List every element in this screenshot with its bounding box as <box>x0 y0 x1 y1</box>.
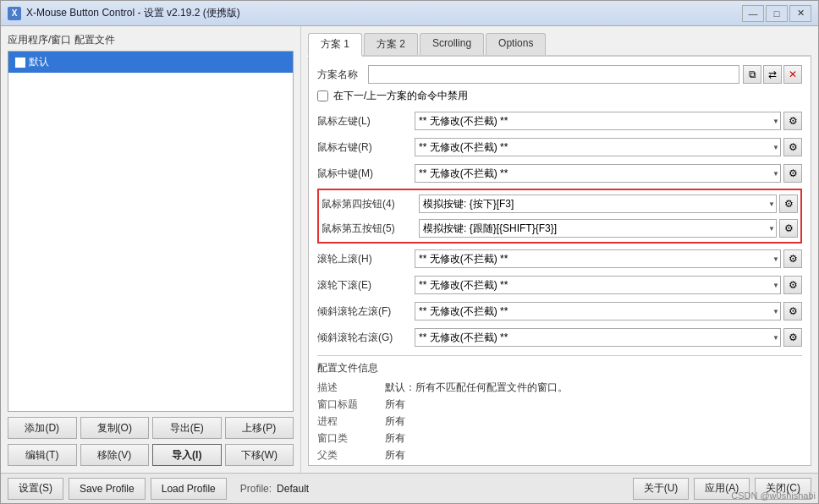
scroll-down-gear[interactable]: ⚙ <box>783 276 802 294</box>
tilt-left-select[interactable]: ** 无修改(不拦截) ** <box>415 302 781 320</box>
copy-scheme-button[interactable]: ⧉ <box>743 65 761 84</box>
tilt-left-label: 倾斜滚轮左滚(F) <box>317 304 415 319</box>
delete-scheme-button[interactable]: ✕ <box>783 65 802 84</box>
settings-button[interactable]: 设置(S) <box>8 478 63 500</box>
btn5-label: 鼠标第五按钮(5) <box>322 222 419 236</box>
config-key-winclass: 窗口类 <box>317 431 385 446</box>
config-value-parent: 所有 <box>385 448 802 463</box>
switch-scheme-button[interactable]: ⇄ <box>763 65 782 84</box>
save-profile-button[interactable]: Save Profile <box>69 478 146 500</box>
buttons-row-2: 编辑(T) 移除(V) 导入(I) 下移(W) <box>8 444 294 466</box>
tilt-right-control: ** 无修改(不拦截) ** ▼ ⚙ <box>415 328 802 347</box>
title-bar: X X-Mouse Button Control - 设置 v2.19.2 (便… <box>1 1 818 26</box>
app-icon: X <box>8 7 21 20</box>
left-button-gear[interactable]: ⚙ <box>783 112 802 130</box>
btn5-select-wrapper: 模拟按键: {跟随}[{SHIFT}{F3}] ▼ <box>419 219 777 238</box>
left-button-select[interactable]: ** 无修改(不拦截) ** <box>415 112 781 130</box>
btn5-select[interactable]: 模拟按键: {跟随}[{SHIFT}{F3}] <box>419 219 777 238</box>
tab-scheme2[interactable]: 方案 2 <box>364 33 418 55</box>
scroll-up-control: ** 无修改(不拦截) ** ▼ ⚙ <box>415 249 802 268</box>
tilt-right-select[interactable]: ** 无修改(不拦截) ** <box>415 328 781 347</box>
list-item[interactable]: ✓ 默认 <box>8 52 293 73</box>
tilt-left-gear[interactable]: ⚙ <box>783 302 802 320</box>
config-value-matchtype: 所有 <box>385 465 802 466</box>
right-button-select[interactable]: ** 无修改(不拦截) ** <box>415 138 781 156</box>
left-panel: 应用程序/窗口 配置文件 ✓ 默认 添加(D) 复制(O) 导出(E) 上移(P… <box>1 26 301 473</box>
up-button[interactable]: 上移(P) <box>225 417 294 439</box>
config-key-process: 进程 <box>317 414 385 429</box>
import-button[interactable]: 导入(I) <box>152 444 222 466</box>
tab-content: 方案名称 ⧉ ⇄ ✕ 在下一/上一方案的命令中禁用 <box>308 57 811 466</box>
scroll-down-select-wrapper: ** 无修改(不拦截) ** ▼ <box>415 276 781 294</box>
item-label: 默认 <box>29 55 49 69</box>
tab-scrolling[interactable]: Scrolling <box>420 33 484 55</box>
copy-button[interactable]: 复制(O) <box>80 417 150 439</box>
btn4-control: 模拟按键: {按下}[F3] ▼ ⚙ <box>419 194 798 213</box>
mouse-buttons-section: 鼠标左键(L) ** 无修改(不拦截) ** ▼ ⚙ <box>317 110 802 348</box>
btn5-control: 模拟按键: {跟随}[{SHIFT}{F3}] ▼ ⚙ <box>419 219 798 238</box>
minimize-button[interactable]: — <box>742 5 764 22</box>
scroll-down-select[interactable]: ** 无修改(不拦截) ** <box>415 276 781 294</box>
tilt-left-row: 倾斜滚轮左滚(F) ** 无修改(不拦截) ** ▼ ⚙ <box>317 300 802 322</box>
tilt-right-select-wrapper: ** 无修改(不拦截) ** ▼ <box>415 328 781 347</box>
profile-value: Default <box>277 483 309 495</box>
scheme-name-label: 方案名称 <box>317 68 368 82</box>
add-button[interactable]: 添加(D) <box>8 417 77 439</box>
config-key-desc: 描述 <box>317 381 385 395</box>
scheme-name-input[interactable] <box>368 65 739 84</box>
middle-button-gear[interactable]: ⚙ <box>783 164 802 183</box>
right-button-label: 鼠标右键(R) <box>317 140 415 155</box>
tab-options[interactable]: Options <box>486 33 546 55</box>
export-button[interactable]: 导出(E) <box>152 417 222 439</box>
load-profile-button[interactable]: Load Profile <box>151 478 227 500</box>
main-content: 应用程序/窗口 配置文件 ✓ 默认 添加(D) 复制(O) 导出(E) 上移(P… <box>1 26 818 473</box>
scroll-down-control: ** 无修改(不拦截) ** ▼ ⚙ <box>415 276 802 294</box>
btn4-select-wrapper: 模拟按键: {按下}[F3] ▼ <box>419 194 777 213</box>
btn4-gear[interactable]: ⚙ <box>779 194 798 213</box>
tilt-right-label: 倾斜滚轮右滚(G) <box>317 331 415 345</box>
scroll-up-select[interactable]: ** 无修改(不拦截) ** <box>415 249 781 268</box>
disable-checkbox[interactable] <box>317 90 328 101</box>
about-button[interactable]: 关于(U) <box>633 478 690 500</box>
left-panel-header: 应用程序/窗口 配置文件 <box>8 33 294 47</box>
tilt-left-control: ** 无修改(不拦截) ** ▼ ⚙ <box>415 302 802 320</box>
highlighted-buttons-group: 鼠标第四按钮(4) 模拟按键: {按下}[F3] ▼ ⚙ <box>317 189 802 244</box>
btn4-select[interactable]: 模拟按键: {按下}[F3] <box>419 194 777 213</box>
tilt-left-select-wrapper: ** 无修改(不拦截) ** ▼ <box>415 302 781 320</box>
maximize-button[interactable]: □ <box>766 5 788 22</box>
left-button-row: 鼠标左键(L) ** 无修改(不拦截) ** ▼ ⚙ <box>317 110 802 132</box>
scroll-down-row: 滚轮下滚(E) ** 无修改(不拦截) ** ▼ ⚙ <box>317 274 802 296</box>
btn5-gear[interactable]: ⚙ <box>779 219 798 238</box>
tabs-bar: 方案 1 方案 2 Scrolling Options <box>308 33 811 57</box>
right-button-gear[interactable]: ⚙ <box>783 138 802 156</box>
btn5-row: 鼠标第五按钮(5) 模拟按键: {跟随}[{SHIFT}{F3}] ▼ ⚙ <box>322 217 798 239</box>
title-bar-buttons: — □ ✕ <box>742 5 811 22</box>
tilt-right-gear[interactable]: ⚙ <box>783 328 802 347</box>
profile-label: Profile: <box>240 483 272 495</box>
scroll-up-label: 滚轮上滚(H) <box>317 252 415 266</box>
disable-checkbox-label: 在下一/上一方案的命令中禁用 <box>333 89 468 103</box>
left-button-control: ** 无修改(不拦截) ** ▼ ⚙ <box>415 112 802 130</box>
close-button[interactable]: ✕ <box>789 5 811 22</box>
scroll-up-gear[interactable]: ⚙ <box>783 249 802 268</box>
profile-info: Profile: Default <box>240 483 309 495</box>
left-button-label: 鼠标左键(L) <box>317 114 415 129</box>
down-button[interactable]: 下移(W) <box>225 444 294 466</box>
btn4-row: 鼠标第四按钮(4) 模拟按键: {按下}[F3] ▼ ⚙ <box>322 193 798 215</box>
scheme-name-icons: ⧉ ⇄ ✕ <box>743 65 802 84</box>
middle-button-select[interactable]: ** 无修改(不拦截) ** <box>415 164 781 183</box>
btn4-label: 鼠标第四按钮(4) <box>322 197 419 211</box>
config-key-title: 窗口标题 <box>317 397 385 412</box>
right-button-row: 鼠标右键(R) ** 无修改(不拦截) ** ▼ ⚙ <box>317 136 802 158</box>
tab-scheme1[interactable]: 方案 1 <box>308 33 362 57</box>
config-info-section: 配置文件信息 描述 默认：所有不匹配任何配置文件的窗口。 窗口标题 所有 进程 … <box>317 355 802 466</box>
edit-button[interactable]: 编辑(T) <box>8 444 77 466</box>
buttons-row-1: 添加(D) 复制(O) 导出(E) 上移(P) <box>8 417 294 439</box>
profile-list[interactable]: ✓ 默认 <box>8 51 294 412</box>
tilt-right-row: 倾斜滚轮右滚(G) ** 无修改(不拦截) ** ▼ ⚙ <box>317 326 802 348</box>
middle-button-select-wrapper: ** 无修改(不拦截) ** ▼ <box>415 164 781 183</box>
middle-button-row: 鼠标中键(M) ** 无修改(不拦截) ** ▼ ⚙ <box>317 162 802 184</box>
scheme-name-row: 方案名称 ⧉ ⇄ ✕ <box>317 65 802 84</box>
remove-button[interactable]: 移除(V) <box>80 444 150 466</box>
main-window: X X-Mouse Button Control - 设置 v2.19.2 (便… <box>0 0 819 504</box>
